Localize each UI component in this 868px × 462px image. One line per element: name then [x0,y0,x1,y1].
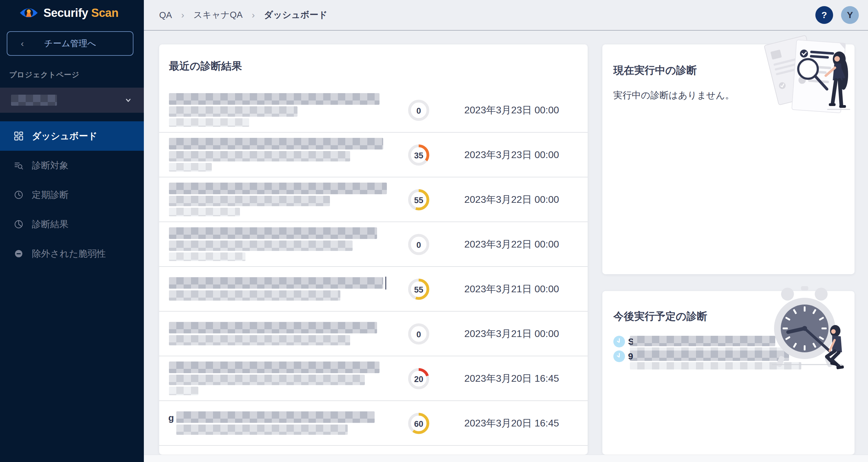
chevron-left-icon: ‹ [21,39,24,48]
masked-scan-name [169,138,383,172]
results-pie-icon [13,219,24,229]
scan-date: 2023年3月23日 00:00 [464,88,559,133]
sidebar-item-label: 除外された脆弱性 [32,248,106,260]
sidebar-item-label: 診断結果 [32,218,68,231]
breadcrumb-separator-icon: › [252,10,255,20]
brand-name: Securify Scan [43,6,119,20]
score-ring: 0 [407,323,430,345]
scan-date: 2023年3月22日 00:00 [464,177,559,222]
recent-result-row[interactable]: 20 2023年3月20日 16:45 [159,356,588,401]
score-value: 0 [416,106,421,115]
recent-result-row[interactable]: 0 2023年3月23日 00:00 [159,88,588,133]
scheduled-scan-item[interactable]: 9 [613,350,810,365]
masked-project-name [11,95,57,106]
help-button[interactable]: ? [815,6,833,24]
breadcrumb-current-page: ダッシュボード [264,9,328,21]
score-ring: 0 [407,233,430,256]
chevron-down-icon [124,95,133,105]
score-value: 55 [414,285,423,294]
score-ring: 55 [407,189,430,211]
breadcrumb-separator-icon: › [181,10,184,20]
sidebar-nav: ダッシュボード 診断対象 定期診断 診断結果 [0,121,144,268]
score-ring: 20 [407,367,430,390]
document-review-illustration [762,23,851,129]
sidebar-item-label: ダッシュボード [32,130,97,142]
scan-date: 2023年3月21日 00:00 [464,312,559,356]
user-avatar[interactable]: Y [841,6,859,24]
running-scans-card: 現在実行中の診断 実行中の診断はありません。 [602,45,855,274]
excluded-minus-circle-icon [13,249,24,259]
breadcrumb-project[interactable]: スキャナQA [193,9,243,21]
item-visible-prefix: 9 [628,351,633,362]
sidebar-item-scan-results[interactable]: 診断結果 [0,209,144,239]
topbar: QA › スキャナQA › ダッシュボード ? Y [144,0,868,31]
recent-result-row[interactable]: 0 2023年3月21日 00:00 [159,312,588,356]
sidebar: Securify Scan ‹ チーム管理へ プロジェクトページ ダッシュボード [0,0,144,462]
scheduled-scan-item[interactable]: S [613,336,810,350]
masked-scan-name [169,227,377,261]
score-value: 0 [416,330,421,339]
clock-icon [613,336,625,347]
masked-scan-name [169,277,383,301]
score-value: 0 [416,240,421,250]
sidebar-item-label: 診断対象 [32,159,68,172]
text-caret [385,277,386,290]
score-ring: 0 [407,99,430,122]
scan-date: 2023年3月20日 16:45 [464,401,559,446]
running-empty-message: 実行中の診断はありません。 [613,89,734,102]
team-button-label: チーム管理へ [44,38,96,49]
main-content: 最近の診断結果 0 2023年3月23日 00:00 35 202 [144,31,868,462]
sidebar-item-scan-targets[interactable]: 診断対象 [0,151,144,180]
scheduled-list: S 9 [613,336,810,365]
breadcrumb-team[interactable]: QA [159,10,172,20]
masked-scheduled-name: 9 [630,350,801,370]
project-select[interactable] [0,88,144,113]
breadcrumb: QA › スキャナQA › ダッシュボード [159,9,328,21]
securify-eye-icon [19,5,38,20]
masked-scan-name [169,362,379,395]
scheduled-scans-card: 今後実行予定の診断 S 9 [602,291,855,455]
scan-date: 2023年3月23日 00:00 [464,133,559,177]
recent-result-row[interactable]: 55 2023年3月22日 00:00 [159,177,588,222]
recent-result-row[interactable]: 55 2023年3月21日 00:00 [159,267,588,312]
sidebar-item-scheduled-scans[interactable]: 定期診断 [0,180,144,209]
score-value: 60 [414,420,423,429]
schedule-clock-icon [13,190,24,200]
clock-icon [613,350,625,362]
scan-date: 2023年3月20日 16:45 [464,356,559,401]
back-to-team-button[interactable]: ‹ チーム管理へ [7,31,133,56]
score-ring: 55 [407,278,430,300]
recent-results-card: 最近の診断結果 0 2023年3月23日 00:00 35 202 [159,45,588,455]
score-ring: 35 [407,144,430,166]
partial-row [159,446,588,454]
topbar-actions: ? Y [815,6,859,24]
app-logo: Securify Scan [0,0,144,20]
score-ring: 60 [407,412,430,435]
project-page-label: プロジェクトページ [9,70,144,80]
recent-result-row[interactable]: 35 2023年3月23日 00:00 [159,133,588,177]
masked-scan-name [176,411,375,435]
scan-date: 2023年3月22日 00:00 [464,222,559,267]
recent-result-row[interactable]: 0 2023年3月22日 00:00 [159,222,588,267]
recent-result-row[interactable]: g 60 2023年3月20日 16:45 [159,401,588,446]
item-visible-prefix: S [628,337,633,347]
masked-scan-name [169,182,387,216]
score-value: 35 [414,151,423,160]
sidebar-item-label: 定期診断 [32,189,68,201]
row-visible-prefix: g [168,413,174,423]
horizontal-scrollbar-track[interactable] [144,455,868,462]
scan-target-search-icon [13,160,24,171]
recent-rows: 0 2023年3月23日 00:00 35 2023年3月23日 00:00 [159,88,588,454]
sidebar-item-excluded-vulnerabilities[interactable]: 除外された脆弱性 [0,239,144,268]
score-value: 20 [414,375,423,384]
sidebar-item-dashboard[interactable]: ダッシュボード [0,121,144,151]
running-scans-title: 現在実行中の診断 [613,63,697,78]
score-value: 55 [414,196,423,205]
scan-date: 2023年3月21日 00:00 [464,267,559,312]
app-window: Securify Scan ‹ チーム管理へ プロジェクトページ ダッシュボード [0,0,868,462]
masked-scan-name [169,93,379,127]
scheduled-scans-title: 今後実行予定の診断 [613,310,707,323]
masked-scan-name [169,322,377,346]
recent-results-title: 最近の診断結果 [169,59,242,73]
dashboard-grid-icon [13,131,24,141]
